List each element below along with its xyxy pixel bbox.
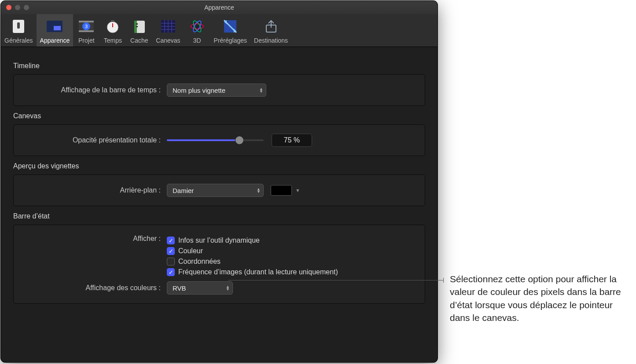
preferences-toolbar: Générales Apparence 3 Projet Temps Cache — [1, 14, 437, 47]
tab-label: Cache — [130, 37, 148, 44]
section-title-canvas: Canevas — [13, 112, 425, 120]
checkbox-framerate-label: Fréquence d’images (durant la lecture un… — [178, 268, 338, 276]
color-display-label: Affichage des couleurs : — [22, 284, 167, 292]
popup-arrows-icon: ▲▼ — [226, 285, 230, 291]
tab-prereglages[interactable]: Préréglages — [210, 14, 251, 47]
tab-generales[interactable]: Générales — [1, 14, 37, 47]
presets-icon — [221, 18, 239, 35]
tab-temps[interactable]: Temps — [99, 14, 126, 47]
tab-destinations[interactable]: Destinations — [250, 14, 291, 47]
thumb-bg-value: Damier — [173, 187, 194, 194]
opacity-slider[interactable] — [167, 139, 264, 141]
checkbox-coordinates[interactable] — [167, 258, 175, 266]
tab-apparence[interactable]: Apparence — [37, 14, 74, 47]
svg-rect-5 — [79, 21, 94, 22]
checkbox-dynamic-tool-label: Infos sur l’outil dynamique — [178, 237, 260, 244]
tab-label: Générales — [4, 37, 33, 44]
section-title-timeline: Timeline — [13, 62, 425, 70]
opacity-label: Opacité présentation totale : — [22, 136, 167, 144]
canvas-icon — [159, 18, 177, 35]
section-thumbs: Arrière-plan : Damier ▲▼ ▼ — [13, 175, 425, 206]
thumb-bg-popup[interactable]: Damier ▲▼ — [167, 184, 264, 197]
share-icon — [262, 18, 280, 35]
timebar-display-value: Nom plus vignette — [173, 87, 225, 94]
timebar-display-popup[interactable]: Nom plus vignette ▲▼ — [167, 84, 266, 97]
tab-label: 3D — [193, 37, 201, 44]
opacity-value: 75 % — [284, 136, 300, 144]
svg-rect-12 — [111, 20, 114, 22]
opacity-slider-fill — [167, 139, 239, 141]
window-title: Apparence — [1, 4, 437, 11]
color-display-popup[interactable]: RVB ▲▼ — [167, 281, 233, 295]
titlebar: Apparence — [1, 1, 437, 14]
general-icon — [10, 18, 27, 35]
tab-canevas[interactable]: Canevas — [152, 14, 184, 47]
thumb-bg-label: Arrière-plan : — [22, 186, 167, 194]
opacity-slider-thumb[interactable] — [235, 136, 243, 144]
disclosure-icon: ▼ — [295, 188, 300, 193]
3d-icon — [188, 18, 206, 35]
tab-label: Projet — [78, 37, 95, 44]
section-status: Afficher : Infos sur l’outil dynamique C… — [13, 225, 425, 304]
tab-label: Destinations — [254, 37, 288, 44]
timebar-display-label: Affichage de la barre de temps : — [22, 86, 167, 94]
project-icon: 3 — [77, 18, 95, 35]
checkbox-framerate[interactable] — [167, 268, 175, 276]
section-title-status: Barre d’état — [13, 212, 425, 220]
tab-label: Temps — [104, 37, 122, 44]
tab-label: Canevas — [156, 37, 180, 44]
section-canvas: Opacité présentation totale : 75 % — [13, 124, 425, 156]
content-area: Timeline Affichage de la barre de temps … — [1, 47, 437, 313]
opacity-value-field[interactable]: 75 % — [272, 134, 312, 147]
popup-arrows-icon: ▲▼ — [257, 188, 261, 193]
callout-text: Sélectionnez cette option pour afficher … — [450, 273, 630, 324]
checkbox-color-label: Couleur — [178, 247, 203, 255]
callout-leader — [228, 280, 444, 280]
callout-leader — [443, 278, 444, 283]
status-show-label: Afficher : — [22, 234, 167, 243]
color-display-value: RVB — [173, 284, 186, 292]
appearance-icon — [46, 18, 63, 35]
time-icon — [104, 18, 121, 35]
tab-3d[interactable]: 3D — [184, 14, 210, 47]
tab-label: Apparence — [40, 37, 70, 44]
svg-text:3: 3 — [85, 24, 88, 29]
svg-rect-1 — [17, 22, 20, 29]
svg-rect-6 — [79, 30, 94, 32]
color-swatch — [271, 185, 292, 196]
svg-rect-3 — [54, 26, 61, 30]
checkbox-coordinates-label: Coordonnées — [178, 258, 221, 266]
tab-projet[interactable]: 3 Projet — [73, 14, 99, 47]
preferences-window: Apparence Générales Apparence 3 Projet — [1, 1, 437, 362]
popup-arrows-icon: ▲▼ — [259, 87, 263, 93]
section-timeline: Affichage de la barre de temps : Nom plu… — [13, 74, 425, 106]
checkbox-dynamic-tool[interactable] — [167, 237, 175, 244]
thumb-bg-colorwell[interactable]: ▼ — [271, 185, 300, 196]
svg-rect-15 — [136, 23, 138, 25]
tab-label: Préréglages — [214, 37, 247, 44]
tab-cache[interactable]: Cache — [126, 14, 152, 47]
svg-rect-16 — [136, 26, 138, 27]
section-title-thumbs: Aperçu des vignettes — [13, 162, 425, 170]
checkbox-color[interactable] — [167, 247, 175, 255]
cache-icon — [130, 18, 148, 35]
